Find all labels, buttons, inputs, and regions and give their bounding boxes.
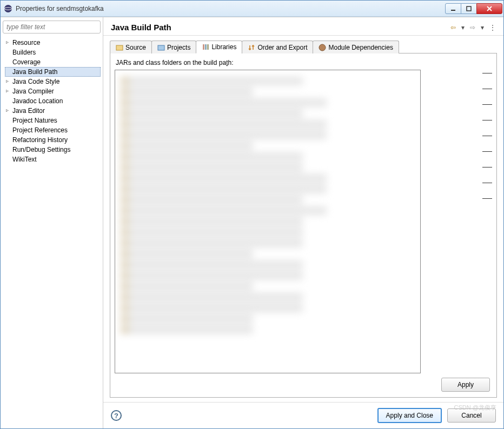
tree-item-javadoc-location[interactable]: Javadoc Location	[5, 96, 101, 106]
forward-menu-icon[interactable]: ▾	[481, 24, 484, 31]
tab-libraries-pane: JARs and class folders on the build path…	[110, 53, 497, 398]
svg-rect-9	[205, 44, 207, 50]
content-area: SourceProjectsLibrariesOrder and ExportM…	[103, 36, 503, 402]
apply-row: Apply	[115, 373, 492, 392]
help-icon[interactable]: ?	[111, 410, 122, 421]
pane-row	[115, 70, 492, 373]
side-button-placeholder	[482, 167, 492, 167]
window-controls	[446, 3, 502, 14]
tab-bar: SourceProjectsLibrariesOrder and ExportM…	[110, 40, 497, 53]
tab-module-dependencies[interactable]: Module Dependencies	[313, 41, 399, 53]
side-button-placeholder	[482, 151, 492, 152]
tree-item-java-editor[interactable]: Java Editor	[5, 106, 101, 116]
tab-label: Projects	[167, 44, 190, 51]
window-title: Properties for sendmsgtokafka	[16, 5, 446, 12]
apply-button[interactable]: Apply	[441, 378, 490, 392]
tab-label: Libraries	[211, 43, 236, 51]
tab-projects[interactable]: Projects	[151, 41, 196, 53]
tree-item-run-debug-settings[interactable]: Run/Debug Settings	[5, 145, 101, 155]
side-button-placeholder	[482, 120, 492, 120]
dialog-footer: ? Apply and Close Cancel	[103, 402, 503, 428]
close-button[interactable]	[476, 3, 502, 14]
tree-item-java-build-path[interactable]: Java Build Path	[5, 67, 101, 77]
tree-item-coverage[interactable]: Coverage	[5, 57, 101, 67]
tab-label: Source	[125, 44, 146, 51]
tree-item-resource[interactable]: Resource	[5, 38, 101, 48]
tab-label: Module Dependencies	[328, 44, 393, 51]
main-panel: Java Build Path ⇦ ▾ ⇨ ▾ ⋮ SourceProjects…	[103, 17, 503, 428]
tab-label: Order and Export	[257, 44, 307, 51]
forward-icon[interactable]: ⇨	[470, 24, 475, 31]
tab-source[interactable]: Source	[110, 41, 152, 53]
libraries-icon	[202, 43, 209, 51]
svg-point-0	[4, 5, 12, 12]
tab-libraries[interactable]: Libraries	[196, 41, 242, 53]
view-menu-icon[interactable]: ⋮	[489, 24, 496, 31]
sidebar: ResourceBuildersCoverageJava Build PathJ…	[1, 17, 103, 428]
tree-item-builders[interactable]: Builders	[5, 48, 101, 57]
module-icon	[319, 44, 326, 51]
tree-item-wikitext[interactable]: WikiText	[5, 155, 101, 164]
side-button-placeholder	[482, 73, 492, 73]
svg-point-11	[319, 44, 326, 51]
minimize-button[interactable]	[445, 3, 461, 14]
page-header: Java Build Path ⇦ ▾ ⇨ ▾ ⋮	[103, 17, 503, 36]
tree-item-refactoring-history[interactable]: Refactoring History	[5, 135, 101, 145]
pane-label: JARs and class folders on the build path…	[116, 59, 492, 66]
dialog-body: ResourceBuildersCoverageJava Build PathJ…	[1, 17, 503, 428]
svg-rect-7	[158, 45, 164, 50]
svg-rect-10	[207, 44, 209, 50]
side-buttons	[427, 70, 492, 373]
cancel-button[interactable]: Cancel	[447, 408, 496, 423]
side-button-placeholder	[482, 183, 492, 183]
tree-item-java-code-style[interactable]: Java Code Style	[5, 77, 101, 86]
tree-item-project-references[interactable]: Project References	[5, 125, 101, 135]
apply-and-close-button[interactable]: Apply and Close	[377, 408, 442, 423]
properties-dialog: Properties for sendmsgtokafka ResourceBu…	[0, 0, 504, 429]
side-button-placeholder	[482, 136, 492, 136]
svg-rect-8	[203, 44, 204, 50]
back-menu-icon[interactable]: ▾	[461, 24, 465, 31]
page-title: Java Build Path	[111, 23, 450, 32]
side-button-placeholder	[482, 104, 492, 105]
svg-rect-3	[467, 6, 471, 11]
maximize-button[interactable]	[461, 3, 477, 14]
side-button-placeholder	[482, 198, 492, 199]
order-icon	[248, 44, 255, 51]
eclipse-icon	[4, 4, 12, 13]
source-icon	[116, 44, 123, 51]
filter-input[interactable]	[3, 21, 101, 33]
side-button-placeholder	[482, 89, 492, 89]
back-icon[interactable]: ⇦	[450, 24, 456, 31]
jars-listbox[interactable]	[115, 70, 421, 373]
projects-icon	[157, 44, 165, 51]
titlebar[interactable]: Properties for sendmsgtokafka	[1, 1, 503, 17]
blurred-content	[115, 70, 420, 343]
tree-item-project-natures[interactable]: Project Natures	[5, 116, 101, 125]
tree-item-java-compiler[interactable]: Java Compiler	[5, 86, 101, 96]
property-tree[interactable]: ResourceBuildersCoverageJava Build PathJ…	[3, 38, 101, 164]
tab-order-and-export[interactable]: Order and Export	[242, 41, 313, 53]
header-nav: ⇦ ▾ ⇨ ▾ ⋮	[450, 24, 496, 31]
svg-rect-6	[116, 45, 123, 50]
